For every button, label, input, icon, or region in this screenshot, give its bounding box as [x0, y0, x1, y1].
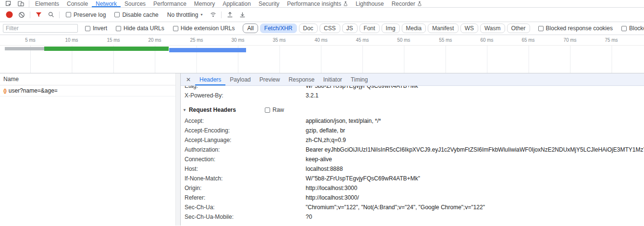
throttling-select[interactable]: No throttling ▾: [167, 12, 203, 18]
chip-js[interactable]: JS: [342, 24, 358, 33]
device-toolbar-icon[interactable]: [14, 0, 27, 7]
tab-performance[interactable]: Performance: [149, 0, 190, 7]
tick-label: 25 ms: [185, 37, 209, 43]
request-row[interactable]: {} user?name=&age=: [0, 85, 180, 96]
request-type-chips: All Fetch/XHR Doc CSS JS Font Img Media …: [243, 24, 530, 33]
tab-performance-insights[interactable]: Performance insights: [283, 0, 352, 7]
tab-headers[interactable]: Headers: [195, 73, 225, 85]
tab-elements[interactable]: Elements: [31, 0, 63, 7]
raw-checkbox[interactable]: Raw: [265, 107, 284, 113]
requests-name-column-header[interactable]: Name: [0, 73, 180, 85]
checkbox-icon: [621, 26, 627, 31]
json-file-icon: {}: [3, 88, 6, 94]
tick-label: 35 ms: [267, 37, 291, 43]
preserve-log-checkbox[interactable]: Preserve log: [66, 12, 106, 18]
disable-cache-checkbox[interactable]: Disable cache: [114, 12, 158, 18]
chip-media[interactable]: Media: [402, 24, 426, 33]
header-name: Connection:: [185, 155, 306, 164]
tick-label: 15 ms: [101, 37, 125, 43]
chip-doc[interactable]: Doc: [299, 24, 318, 33]
disable-cache-label: Disable cache: [122, 12, 158, 18]
header-value: W/"5b8-ZFrUspTEgvjyFQsC69wR4ATB+Mk": [306, 174, 644, 183]
headers-content: Etag: W/"5b8-ZFrUspTEgvjyFQsC69wR4ATB+Mk…: [181, 86, 644, 226]
tab-payload[interactable]: Payload: [225, 73, 255, 85]
tick-label: 45 ms: [350, 37, 374, 43]
header-value: W/"5b8-ZFrUspTEgvjyFQsC69wR4ATB+Mk": [306, 86, 644, 91]
checkbox-icon: [538, 26, 544, 31]
header-row: Accept: application/json, text/plain, */…: [185, 116, 644, 126]
requests-scrollbar[interactable]: [175, 73, 180, 226]
chip-font[interactable]: Font: [359, 24, 380, 33]
preserve-log-label: Preserve log: [74, 12, 106, 18]
close-icon: ✕: [186, 76, 191, 83]
header-row: Referer: http://localhost:3000/: [185, 193, 644, 202]
details-tabbar: ✕ Headers Payload Preview Response Initi…: [181, 73, 644, 86]
blocked-response-cookies-checkbox[interactable]: Blocked response cookies: [538, 25, 613, 32]
hide-extension-urls-checkbox[interactable]: Hide extension URLs: [173, 25, 235, 32]
clear-button[interactable]: [15, 9, 28, 21]
header-value: application/json, text/plain, */*: [306, 116, 644, 126]
import-har-icon[interactable]: [223, 9, 236, 21]
raw-label: Raw: [272, 107, 284, 113]
tick-label: 5 ms: [18, 37, 42, 43]
header-name: Authorization:: [185, 145, 306, 155]
tab-network[interactable]: Network: [92, 0, 121, 7]
header-row: Host: localhost:8888: [185, 164, 644, 174]
search-button[interactable]: [45, 9, 57, 21]
devtools-main-tabbar: Elements Console Network Sources Perform…: [0, 0, 644, 8]
blocked-requests-checkbox[interactable]: Blocked requests: [621, 25, 644, 32]
divider: [59, 12, 60, 18]
tab-sources[interactable]: Sources: [121, 0, 149, 7]
divider: [221, 12, 222, 18]
tick-label: 40 ms: [309, 37, 333, 43]
invert-checkbox[interactable]: Invert: [85, 25, 107, 32]
tab-security[interactable]: Security: [255, 0, 283, 7]
export-har-icon[interactable]: [236, 9, 248, 21]
header-row: Sec-Ch-Ua: "Chromium";v="122", "Not(A:Br…: [185, 202, 644, 212]
header-row: Origin: http://localhost:3000: [185, 183, 644, 193]
header-value: 3.2.1: [306, 91, 644, 100]
request-headers-section-title: Request Headers: [189, 107, 236, 113]
network-conditions-icon[interactable]: [207, 9, 219, 21]
tab-console[interactable]: Console: [63, 0, 92, 7]
tab-recorder[interactable]: Recorder: [388, 0, 426, 7]
divider: [30, 12, 30, 18]
chip-all[interactable]: All: [243, 24, 258, 33]
header-name: Sec-Ch-Ua:: [185, 202, 306, 212]
close-details-button[interactable]: ✕: [182, 73, 195, 85]
request-details-panel: ✕ Headers Payload Preview Response Initi…: [181, 73, 644, 226]
record-button[interactable]: [3, 9, 15, 21]
tab-timing[interactable]: Timing: [347, 73, 372, 85]
experiment-flask-icon: [417, 1, 422, 6]
chip-manifest[interactable]: Manifest: [428, 24, 458, 33]
header-name: Accept:: [185, 116, 306, 126]
network-toolbar: Preserve log Disable cache No throttling…: [0, 8, 644, 22]
header-row: Authorization: Bearer eyJhbGciOiJIUzI1Ni…: [185, 145, 644, 155]
header-row: Accept-Language: zh-CN,zh;q=0.9: [185, 135, 644, 145]
inspect-element-icon[interactable]: [2, 0, 14, 7]
network-overview-timeline[interactable]: 5 ms 10 ms 15 ms 20 ms 25 ms 30 ms 35 ms…: [0, 35, 644, 73]
hide-data-urls-checkbox[interactable]: Hide data URLs: [116, 25, 164, 32]
tab-lighthouse[interactable]: Lighthouse: [352, 0, 388, 7]
tab-preview[interactable]: Preview: [255, 73, 285, 85]
network-filter-bar: Invert Hide data URLs Hide extension URL…: [0, 22, 644, 35]
divider: [29, 0, 29, 7]
chip-img[interactable]: Img: [382, 24, 400, 33]
request-headers-section[interactable]: ▼ Request Headers Raw: [183, 104, 644, 116]
tab-application[interactable]: Application: [219, 0, 255, 7]
tick-label: 60 ms: [475, 37, 499, 43]
filter-toggle-button[interactable]: [32, 9, 45, 21]
tab-response[interactable]: Response: [284, 73, 319, 85]
chip-wasm[interactable]: Wasm: [480, 24, 505, 33]
tab-memory[interactable]: Memory: [190, 0, 219, 7]
header-name: X-Powered-By:: [185, 91, 306, 100]
waterfall-bar-waiting: [44, 47, 169, 51]
chip-other[interactable]: Other: [507, 24, 530, 33]
filter-input[interactable]: [3, 24, 78, 33]
header-row: Accept-Encoding: gzip, deflate, br: [185, 126, 644, 135]
chip-ws[interactable]: WS: [460, 24, 478, 33]
waterfall-bar-stalled: [5, 47, 44, 50]
chip-css[interactable]: CSS: [320, 24, 340, 33]
tab-initiator[interactable]: Initiator: [319, 73, 346, 85]
chip-fetch-xhr[interactable]: Fetch/XHR: [260, 24, 297, 33]
